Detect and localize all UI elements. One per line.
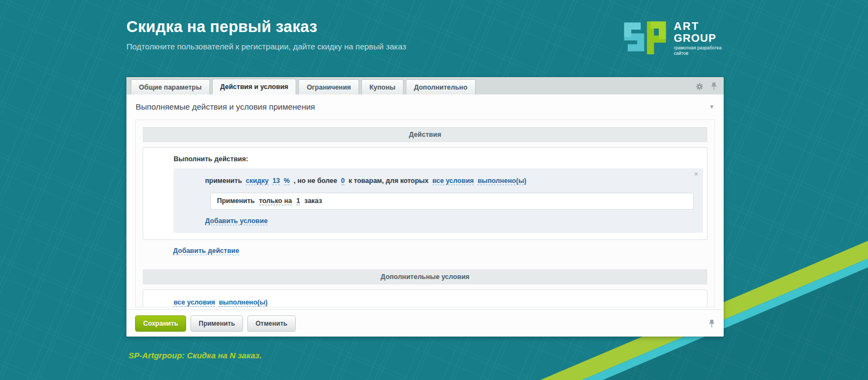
chevron-down-icon[interactable]: ▼ bbox=[709, 104, 714, 110]
extra-conditions-box: все условия выполнено(ы) Добавить услови… bbox=[143, 289, 707, 307]
tab-actions-conditions[interactable]: Действия и условия bbox=[212, 79, 297, 94]
logo-line-group: GROUP bbox=[674, 33, 722, 43]
apply-limit-subrule: Применить только на 1 заказ bbox=[210, 193, 694, 210]
cancel-button[interactable]: Отменить bbox=[247, 315, 296, 332]
pin-icon[interactable] bbox=[709, 319, 715, 328]
rule-value-link[interactable]: 13 bbox=[272, 177, 280, 185]
logo-text: ART GROUP грамотная разработка сайтов bbox=[674, 21, 722, 55]
gear-icon[interactable] bbox=[695, 83, 704, 91]
extra-conditions-link[interactable]: все условия bbox=[174, 299, 215, 307]
extra-conditions-row: все условия выполнено(ы) bbox=[174, 299, 701, 307]
subrule-order-text: заказ bbox=[304, 197, 322, 205]
add-action-link[interactable]: Добавить действие bbox=[173, 247, 239, 255]
rules-editor: Действия Выполнить действия: × применить… bbox=[135, 119, 715, 307]
panel-footer: Сохранить Применить Отменить bbox=[126, 309, 724, 337]
rule-conditions-link[interactable]: все условия bbox=[432, 177, 474, 185]
logo-line-art: ART bbox=[674, 21, 722, 31]
subrule-apply-text: Применить bbox=[217, 197, 255, 205]
sp-artgroup-logo: ART GROUP грамотная разработка сайтов bbox=[619, 21, 722, 55]
apply-button[interactable]: Применить bbox=[190, 315, 243, 332]
rule-apply-text: применить bbox=[205, 177, 242, 185]
save-button[interactable]: Сохранить bbox=[135, 315, 186, 332]
page-title: Скидка на первый заказ bbox=[126, 18, 406, 36]
tab-coupons[interactable]: Купоны bbox=[361, 79, 404, 94]
tab-coupons-label: Купоны bbox=[369, 84, 395, 91]
extra-conditions-header-label: Дополнительные условия bbox=[381, 273, 470, 281]
section-title: Выполняемые действия и условия применени… bbox=[136, 102, 315, 111]
tab-general-label: Общие параметры bbox=[139, 84, 202, 91]
subrule-only-link[interactable]: только на bbox=[259, 197, 292, 205]
discount-settings-panel: Общие параметры Действия и условия Огран… bbox=[126, 77, 724, 337]
rule-discount-link[interactable]: скидку bbox=[246, 177, 269, 185]
close-icon[interactable]: × bbox=[694, 170, 698, 178]
page-subtitle: Подтолкните пользователей к регистрации,… bbox=[126, 42, 406, 51]
add-action-row: Добавить действие bbox=[173, 245, 707, 255]
tab-general[interactable]: Общие параметры bbox=[131, 79, 210, 94]
tab-bar: Общие параметры Действия и условия Огран… bbox=[126, 77, 724, 94]
rule-unit-link[interactable]: % bbox=[284, 177, 290, 185]
exec-actions-label: Выполнить действия: bbox=[174, 155, 707, 163]
tab-restrictions[interactable]: Ограничения bbox=[298, 79, 359, 94]
tab-actions-conditions-label: Действия и условия bbox=[220, 83, 289, 91]
actions-box: Выполнить действия: × применить скидку 1… bbox=[143, 147, 707, 240]
logo-tagline-2: сайтов bbox=[674, 51, 722, 56]
logo-tagline-1: грамотная разработка bbox=[674, 46, 722, 50]
rule-for-goods-text: к товарам, для которых bbox=[348, 177, 429, 185]
section-header: Выполняемые действия и условия применени… bbox=[126, 94, 724, 118]
pin-icon[interactable] bbox=[711, 82, 717, 91]
rule-not-more-text: , но не более bbox=[293, 177, 337, 185]
footer-note: SP-Artgrpoup: Скидка на N заказ. bbox=[129, 351, 261, 360]
extra-fulfilled-link[interactable]: выполнено(ы) bbox=[219, 299, 267, 307]
page-header: Скидка на первый заказ Подтолкните польз… bbox=[126, 18, 406, 51]
add-condition-link[interactable]: Добавить условие bbox=[205, 217, 267, 225]
discount-rule-panel: × применить скидку 13 % , но не более 0 … bbox=[174, 168, 703, 233]
rule-max-link[interactable]: 0 bbox=[341, 177, 345, 185]
page-background: Скидка на первый заказ Подтолкните польз… bbox=[0, 0, 868, 380]
tab-additional-label: Дополнительно bbox=[414, 84, 468, 91]
discount-rule-row: применить скидку 13 % , но не более 0 к … bbox=[205, 177, 698, 185]
logo-sp-icon bbox=[619, 21, 669, 54]
footer-pin-wrap bbox=[709, 319, 715, 328]
actions-header-label: Действия bbox=[409, 131, 441, 138]
actions-header-bar: Действия bbox=[143, 127, 707, 142]
subrule-count-link[interactable]: 1 bbox=[296, 197, 300, 205]
rule-fulfilled-link[interactable]: выполнено(ы) bbox=[477, 177, 526, 185]
tab-restrictions-label: Ограничения bbox=[307, 84, 351, 91]
tab-additional[interactable]: Дополнительно bbox=[406, 79, 476, 94]
tabbar-icons bbox=[695, 82, 717, 91]
extra-conditions-header-bar: Дополнительные условия bbox=[143, 269, 707, 284]
